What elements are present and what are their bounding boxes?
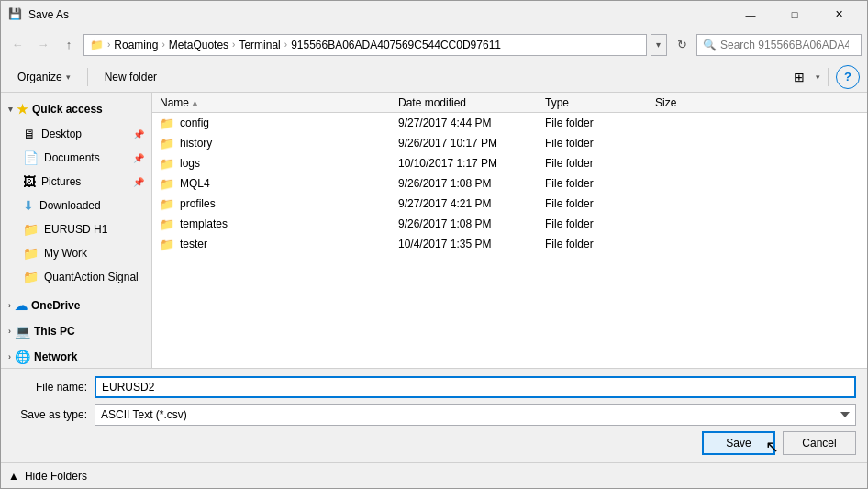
sidebar-item-eurusd[interactable]: 📁 EURUSD H1 <box>1 217 151 241</box>
sidebar-item-documents-label: Documents <box>44 151 100 164</box>
thispc-label: This PC <box>34 325 75 338</box>
savetype-select[interactable]: ASCII Text (*.csv) <box>95 404 856 426</box>
network-label: Network <box>34 350 77 363</box>
close-button[interactable]: ✕ <box>818 1 860 28</box>
new-folder-button[interactable]: New folder <box>95 65 166 89</box>
toolbar: Organize ▾ New folder ⊞ ▾ ? <box>1 61 867 93</box>
address-bar: ← → ↑ 📁 › Roaming › MetaQuotes › Termina… <box>1 28 867 61</box>
table-row[interactable]: 📁config 9/27/2017 4:44 PM File folder <box>152 113 867 133</box>
thispc-icon: 💻 <box>15 324 30 339</box>
table-row[interactable]: 📁profiles 9/27/2017 4:21 PM File folder <box>152 194 867 214</box>
path-chevron-3: › <box>232 39 235 50</box>
onedrive-icon: ☁ <box>15 298 28 313</box>
hide-folders-chevron: ▲ <box>8 470 19 483</box>
back-button[interactable]: ← <box>6 34 28 56</box>
forward-button[interactable]: → <box>32 34 54 56</box>
mywork-icon: 📁 <box>23 246 39 261</box>
path-chevron-2: › <box>161 39 164 50</box>
folder-icon: 📁 <box>160 157 174 171</box>
cursor-icon: ↖ <box>765 437 779 457</box>
search-box[interactable]: 🔍 <box>696 34 862 56</box>
network-icon: 🌐 <box>15 350 30 364</box>
sidebar-section-network[interactable]: › 🌐 Network <box>1 344 151 368</box>
bottom-bar: File name: Save as type: ASCII Text (*.c… <box>1 368 867 462</box>
sidebar-item-pictures-label: Pictures <box>41 175 81 188</box>
main-content: ▾ ★ Quick access 🖥 Desktop 📌 📄 Documents… <box>1 93 867 368</box>
cancel-button[interactable]: Cancel <box>783 431 856 455</box>
file-list: 📁config 9/27/2017 4:44 PM File folder 📁h… <box>152 113 867 368</box>
documents-icon: 📄 <box>23 150 39 165</box>
organize-label: Organize <box>17 71 62 83</box>
view-button[interactable]: ⊞ <box>786 65 812 89</box>
address-path[interactable]: 📁 › Roaming › MetaQuotes › Terminal › 91… <box>83 34 647 56</box>
col-header-date[interactable]: Date modified <box>398 96 545 109</box>
sidebar-item-desktop-label: Desktop <box>41 128 82 140</box>
sidebar-item-downloaded-label: Downloaded <box>39 199 101 212</box>
quantaction-icon: 📁 <box>23 270 39 284</box>
folder-icon: 📁 <box>160 117 174 130</box>
sidebar-item-mywork[interactable]: 📁 My Work <box>1 241 151 265</box>
path-terminal: Terminal <box>239 39 280 51</box>
refresh-button[interactable]: ↻ <box>671 34 693 56</box>
view-dropdown-icon[interactable]: ▾ <box>816 72 820 82</box>
desktop-icon: 🖥 <box>23 127 36 141</box>
sidebar-item-quantaction-label: QuantAction Signal <box>44 271 139 283</box>
folder-icon: 📁 <box>160 197 174 211</box>
col-header-size[interactable]: Size <box>655 96 729 109</box>
minimize-button[interactable]: — <box>729 1 772 28</box>
pictures-icon: 🖼 <box>23 174 36 189</box>
folder-icon: 📁 <box>160 217 174 231</box>
search-icon: 🔍 <box>703 39 717 51</box>
quick-access-label: Quick access <box>32 103 103 116</box>
sidebar-section-quick-access[interactable]: ▾ ★ Quick access <box>1 96 151 122</box>
filename-input[interactable] <box>95 376 856 398</box>
window-title: Save As <box>28 8 729 21</box>
quick-access-chevron: ▾ <box>8 105 13 114</box>
address-dropdown[interactable]: ▾ <box>651 34 667 56</box>
table-row[interactable]: 📁templates 9/26/2017 1:08 PM File folder <box>152 214 867 234</box>
filename-row: File name: <box>12 376 856 398</box>
help-button[interactable]: ? <box>836 65 860 89</box>
sidebar-item-eurusd-label: EURUSD H1 <box>44 223 107 236</box>
table-row[interactable]: 📁MQL4 9/26/2017 1:08 PM File folder <box>152 173 867 194</box>
path-home-icon: 📁 <box>90 39 104 51</box>
sidebar-item-desktop[interactable]: 🖥 Desktop 📌 <box>1 122 151 146</box>
sidebar-item-mywork-label: My Work <box>44 247 87 260</box>
table-row[interactable]: 📁logs 10/10/2017 1:17 PM File folder <box>152 153 867 173</box>
path-chevron-1: › <box>107 39 110 50</box>
path-metaquotes: MetaQuotes <box>169 39 228 51</box>
pictures-pin: 📌 <box>133 177 144 187</box>
sidebar: ▾ ★ Quick access 🖥 Desktop 📌 📄 Documents… <box>1 93 152 368</box>
onedrive-chevron: › <box>8 301 11 310</box>
table-row[interactable]: 📁tester 10/4/2017 1:35 PM File folder <box>152 234 867 254</box>
hide-folders-bar[interactable]: ▲ Hide Folders <box>1 462 867 488</box>
up-button[interactable]: ↑ <box>58 34 80 56</box>
table-row[interactable]: 📁history 9/26/2017 10:17 PM File folder <box>152 133 867 153</box>
sidebar-item-downloaded[interactable]: ⬇ Downloaded <box>1 194 151 217</box>
sidebar-item-pictures[interactable]: 🖼 Pictures 📌 <box>1 170 151 194</box>
documents-pin: 📌 <box>133 153 144 163</box>
save-button[interactable]: Save ↖ <box>702 431 775 455</box>
sidebar-section-thispc[interactable]: › 💻 This PC <box>1 318 151 344</box>
downloaded-icon: ⬇ <box>23 198 34 213</box>
sidebar-section-onedrive[interactable]: › ☁ OneDrive <box>1 293 151 318</box>
col-header-type[interactable]: Type <box>545 96 655 109</box>
sidebar-item-documents[interactable]: 📄 Documents 📌 <box>1 146 151 170</box>
file-area: Name ▲ Date modified Type Size 📁config <box>152 93 867 368</box>
eurusd-icon: 📁 <box>23 222 39 237</box>
organize-chevron: ▾ <box>66 72 71 82</box>
toolbar-separator <box>87 68 88 86</box>
maximize-button[interactable]: □ <box>773 1 816 28</box>
filename-label: File name: <box>12 381 95 394</box>
search-input[interactable] <box>720 39 849 51</box>
col-header-name[interactable]: Name ▲ <box>160 96 398 109</box>
sidebar-item-quantaction[interactable]: 📁 QuantAction Signal <box>1 265 151 289</box>
folder-icon: 📁 <box>160 177 174 191</box>
network-chevron: › <box>8 352 11 361</box>
desktop-pin: 📌 <box>133 129 144 139</box>
window-icon: 💾 <box>8 7 23 22</box>
path-guid: 915566BA06ADA407569C544CC0D97611 <box>291 39 501 51</box>
folder-icon: 📁 <box>160 238 174 251</box>
organize-button[interactable]: Organize ▾ <box>8 65 80 89</box>
toolbar-separator-2 <box>828 68 829 86</box>
